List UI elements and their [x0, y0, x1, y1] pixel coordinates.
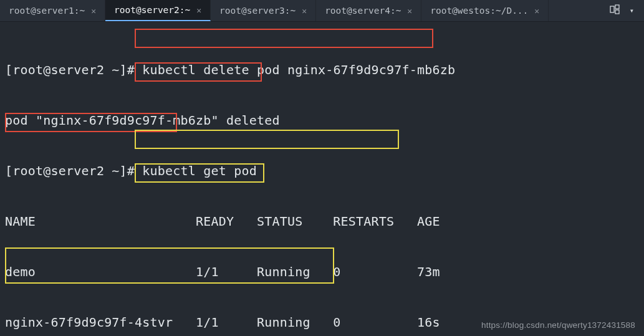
terminal-line: NAME READY STATUS RESTARTS AGE — [5, 213, 638, 230]
tab-server3[interactable]: root@server3:~ ✕ — [211, 0, 316, 21]
close-icon[interactable]: ✕ — [407, 6, 412, 16]
tab-label: root@westos:~/D... — [430, 6, 528, 16]
tab-server1[interactable]: root@server1:~ ✕ — [0, 0, 105, 21]
terminal-line: [root@server2 ~]# kubectl get pod — [5, 163, 638, 180]
tab-tools: ▾ — [600, 0, 644, 21]
tab-label: root@server4:~ — [325, 6, 401, 16]
close-icon[interactable]: ✕ — [302, 6, 307, 16]
tab-label: root@server2:~ — [114, 5, 190, 15]
prompt: [root@server2 ~]# — [5, 62, 135, 77]
tab-label: root@server3:~ — [219, 6, 296, 16]
svg-rect-2 — [615, 10, 619, 14]
terminal-viewport[interactable]: [root@server2 ~]# kubectl delete pod ngi… — [0, 22, 644, 336]
chevron-down-icon[interactable]: ▾ — [630, 6, 634, 15]
terminal-line: pod "nginx-67f9d9c97f-mb6zb" deleted — [5, 112, 638, 129]
svg-rect-1 — [615, 5, 619, 9]
output-text: pod "nginx-67f9d9c97f-mb6zb" deleted — [5, 113, 280, 128]
output-text: nginx-67f9d9c97f-4stvr 1/1 Running 0 16s — [5, 315, 440, 330]
tab-server4[interactable]: root@server4:~ ✕ — [316, 0, 421, 21]
close-icon[interactable]: ✕ — [534, 6, 539, 16]
command-text: kubectl get pod — [135, 163, 257, 178]
output-text: demo 1/1 Running 0 73m — [5, 264, 440, 279]
terminal-line: demo 1/1 Running 0 73m — [5, 264, 638, 281]
broadcast-icon[interactable] — [610, 4, 620, 17]
watermark: https://blog.csdn.net/qwerty1372431588 — [481, 320, 635, 330]
close-icon[interactable]: ✕ — [196, 6, 201, 15]
tab-label: root@server1:~ — [9, 6, 85, 16]
tab-bar-spacer — [549, 0, 600, 21]
tab-server2[interactable]: root@server2:~ ✕ — [105, 0, 211, 21]
tab-bar: root@server1:~ ✕ root@server2:~ ✕ root@s… — [0, 0, 644, 22]
command-text: kubectl delete pod nginx-67f9d9c97f-mb6z… — [135, 62, 455, 77]
prompt: [root@server2 ~]# — [5, 163, 135, 178]
close-icon[interactable]: ✕ — [91, 6, 96, 16]
svg-rect-0 — [610, 6, 614, 12]
tab-westos[interactable]: root@westos:~/D... ✕ — [421, 0, 549, 21]
terminal-line: [root@server2 ~]# kubectl delete pod ngi… — [5, 62, 638, 79]
output-text: NAME READY STATUS RESTARTS AGE — [5, 214, 440, 229]
